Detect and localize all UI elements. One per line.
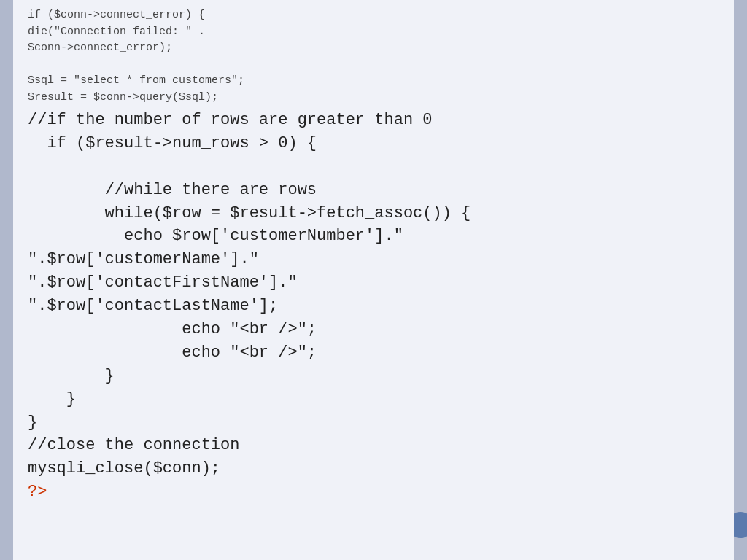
right-sidebar[interactable] <box>734 0 747 560</box>
comment-2: //while there are rows <box>105 181 317 199</box>
code-line-3: $conn->connect_error); <box>28 40 719 57</box>
code-line-blank <box>28 57 719 74</box>
code-line-4: $sql = "select * from customers"; <box>28 73 719 90</box>
comment-1: //if the number of rows are greater than… <box>28 111 433 129</box>
left-sidebar <box>0 0 13 560</box>
comment-3: //close the connection <box>28 436 239 454</box>
code-main-block: //if the number of rows are greater than… <box>28 109 719 504</box>
php-closing-tag: ?> <box>28 483 47 501</box>
code-line-2: die("Connection failed: " . <box>28 24 719 41</box>
code-line-5: $result = $conn->query($sql); <box>28 90 719 106</box>
code-editor: if ($conn->connect_error) { die("Connect… <box>13 0 734 560</box>
code-top-lines: if ($conn->connect_error) { die("Connect… <box>28 7 719 106</box>
code-line-1: if ($conn->connect_error) { <box>28 7 719 24</box>
